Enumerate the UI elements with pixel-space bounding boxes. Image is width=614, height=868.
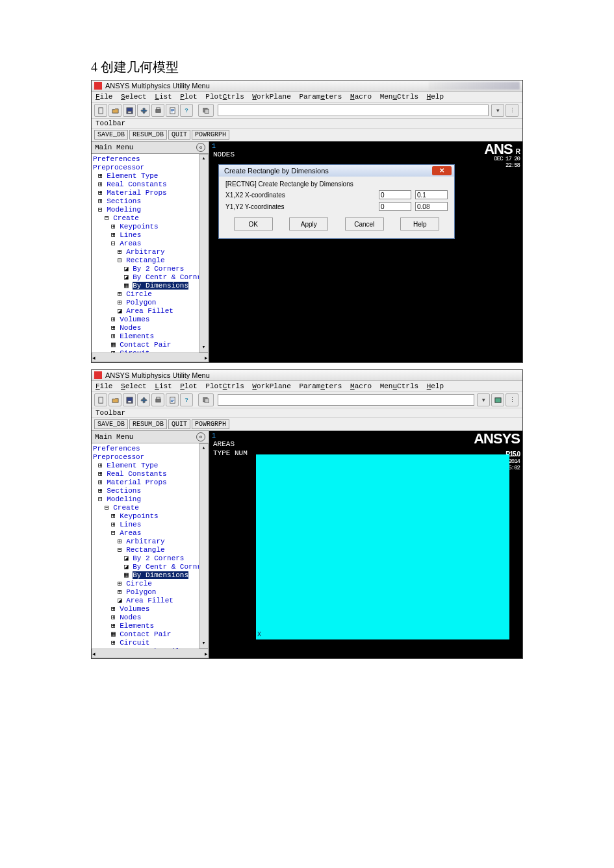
tree-bycentr[interactable]: ◪ By Centr & Cornr (93, 563, 207, 571)
window-controls[interactable] (429, 82, 520, 90)
menu-plot[interactable]: Plot (180, 93, 197, 101)
tree-prefs[interactable]: Preferences (93, 445, 207, 453)
menu-file[interactable]: File (96, 93, 112, 101)
tree-polygon[interactable]: ⊞ Polygon (93, 588, 207, 597)
menu-menuctrls[interactable]: MenuCtrls (380, 93, 418, 101)
menu-list[interactable]: List (155, 382, 172, 390)
tree-volumes[interactable]: ⊞ Volumes (93, 316, 207, 324)
collapse-icon[interactable]: « (196, 143, 205, 152)
resum-db-button[interactable]: RESUM_DB (129, 130, 167, 140)
command-input[interactable] (218, 105, 489, 116)
cancel-button[interactable]: Cancel (345, 217, 384, 230)
tool-icon[interactable]: ⋮ (505, 393, 518, 406)
print-icon[interactable] (151, 393, 164, 406)
tree-create[interactable]: ⊟ Create (93, 504, 207, 512)
tree-circuit[interactable]: ⊞ Circuit (93, 639, 207, 647)
tree-racetrack[interactable]: ▦ Racetrack Coil (93, 647, 207, 649)
menu-list[interactable]: List (155, 93, 172, 101)
tool-icon[interactable]: ⋮ (505, 104, 518, 117)
tree-lines[interactable]: ⊞ Lines (93, 521, 207, 529)
tree-areafillet[interactable]: ◪ Area Fillet (93, 597, 207, 605)
quit-button[interactable]: QUIT (168, 130, 190, 140)
tree-circle[interactable]: ⊞ Circle (93, 290, 207, 299)
quit-button[interactable]: QUIT (168, 419, 190, 429)
tree-circuit[interactable]: ⊞ Circuit (93, 349, 207, 353)
graphics-area-1[interactable]: 1 NODES ANS R DEC 17 20 22:58 Create Rec… (209, 142, 522, 362)
menu-plotctrls[interactable]: PlotCtrls (205, 382, 244, 390)
hscroll[interactable]: ◂▸ (92, 649, 209, 658)
command-input[interactable] (218, 394, 474, 406)
tree-preproc[interactable]: Preprocessor (93, 453, 207, 462)
menu-workplane[interactable]: WorkPlane (252, 93, 290, 101)
save-icon[interactable] (123, 104, 136, 117)
menu-select[interactable]: Select (121, 382, 147, 390)
powrgrph-button[interactable]: POWRGRPH (192, 419, 229, 429)
tree-rectangle[interactable]: ⊟ Rectangle (93, 546, 207, 554)
menu-macro[interactable]: Macro (350, 382, 372, 390)
menu-workplane[interactable]: WorkPlane (252, 382, 290, 390)
menu-file[interactable]: File (96, 382, 112, 390)
powrgrph-button[interactable]: POWRGRPH (192, 130, 229, 140)
tree-polygon[interactable]: ⊞ Polygon (93, 299, 207, 307)
menu-plotctrls[interactable]: PlotCtrls (205, 93, 244, 101)
tree-realconst[interactable]: ⊞ Real Constants (93, 470, 207, 478)
tree-bydim[interactable]: ▦ By Dimensions (93, 282, 207, 290)
tree-by2corners[interactable]: ◪ By 2 Corners (93, 554, 207, 563)
close-icon[interactable]: ✕ (432, 166, 452, 175)
tree-arbitrary[interactable]: ⊞ Arbitrary (93, 538, 207, 546)
menu-parameters[interactable]: Parameters (299, 382, 342, 390)
hscroll[interactable]: ◂▸ (92, 353, 209, 362)
resum-db-button[interactable]: RESUM_DB (129, 419, 167, 429)
tree-create[interactable]: ⊟ Create (93, 214, 207, 223)
tree-rectangle[interactable]: ⊟ Rectangle (93, 256, 207, 265)
apply-button[interactable]: Apply (289, 217, 328, 230)
raise-hidden-icon[interactable] (198, 393, 214, 406)
graphics-area-2[interactable]: 1 AREAS TYPE NUM ANSYS R15.0 DEC 17 2014… (209, 431, 522, 658)
tree-prefs[interactable]: Preferences (93, 155, 207, 164)
menu-menuctrls[interactable]: MenuCtrls (380, 382, 418, 390)
dropdown-icon[interactable]: ▾ (491, 104, 504, 117)
tree-sections[interactable]: ⊞ Sections (93, 197, 207, 206)
save-db-button[interactable]: SAVE_DB (94, 130, 128, 140)
tree-lines[interactable]: ⊞ Lines (93, 231, 207, 240)
tree-contactpair[interactable]: ▦ Contact Pair (93, 630, 207, 639)
report-icon[interactable] (166, 104, 179, 117)
y1-input[interactable] (379, 202, 411, 211)
tree-by2corners[interactable]: ◪ By 2 Corners (93, 265, 207, 273)
tree-bydim[interactable]: ▦ By Dimensions (93, 571, 207, 580)
tree-elements[interactable]: ⊞ Elements (93, 622, 207, 630)
tree-circle[interactable]: ⊞ Circle (93, 580, 207, 588)
menu-select[interactable]: Select (121, 93, 147, 101)
menu-plot[interactable]: Plot (180, 382, 197, 390)
tree-matprops[interactable]: ⊞ Material Props (93, 478, 207, 487)
tree-nodes[interactable]: ⊞ Nodes (93, 614, 207, 622)
tree-areafillet[interactable]: ◪ Area Fillet (93, 307, 207, 316)
tree-modeling[interactable]: ⊟ Modeling (93, 206, 207, 214)
save-db-button[interactable]: SAVE_DB (94, 419, 128, 429)
tree-keypoints[interactable]: ⊞ Keypoints (93, 223, 207, 231)
tree-bycentr[interactable]: ◪ By Centr & Cornr (93, 273, 207, 282)
help-icon[interactable]: ? (180, 104, 193, 117)
image-icon[interactable] (491, 393, 504, 406)
new-icon[interactable] (94, 104, 107, 117)
tree-areas[interactable]: ⊟ Areas (93, 529, 207, 538)
tree-volumes[interactable]: ⊞ Volumes (93, 605, 207, 614)
tree-realconst[interactable]: ⊞ Real Constants (93, 180, 207, 189)
pan-icon[interactable] (137, 393, 150, 406)
tree-elements[interactable]: ⊞ Elements (93, 332, 207, 341)
menu-help[interactable]: Help (427, 382, 444, 390)
raise-hidden-icon[interactable] (198, 104, 214, 117)
new-icon[interactable] (94, 393, 107, 406)
open-icon[interactable] (109, 104, 122, 117)
tree-modeling[interactable]: ⊟ Modeling (93, 495, 207, 504)
tree-arbitrary[interactable]: ⊞ Arbitrary (93, 248, 207, 256)
tree-nodes[interactable]: ⊞ Nodes (93, 324, 207, 332)
collapse-icon[interactable]: « (196, 432, 205, 441)
vscroll[interactable]: ▴▾ (199, 443, 209, 649)
tree-keypoints[interactable]: ⊞ Keypoints (93, 512, 207, 521)
tree-preproc[interactable]: Preprocessor (93, 164, 207, 172)
tree-elemtype[interactable]: ⊞ Element Type (93, 462, 207, 470)
report-icon[interactable] (166, 393, 179, 406)
dropdown-icon[interactable]: ▾ (477, 393, 490, 406)
tree-contactpair[interactable]: ▦ Contact Pair (93, 341, 207, 349)
